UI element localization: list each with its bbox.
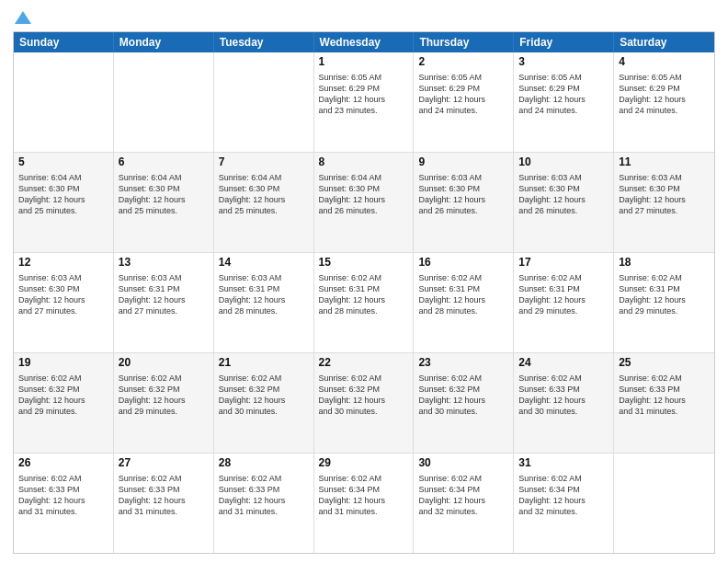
weekday-header: Friday bbox=[514, 32, 614, 52]
day-number: 16 bbox=[418, 256, 508, 270]
day-number: 24 bbox=[518, 356, 609, 371]
day-info: Sunrise: 6:02 AM Sunset: 6:33 PM Dayligh… bbox=[18, 473, 108, 518]
calendar-empty-cell bbox=[614, 454, 714, 553]
calendar-day-cell: 1Sunrise: 6:05 AM Sunset: 6:29 PM Daylig… bbox=[314, 52, 415, 152]
calendar-day-cell: 6Sunrise: 6:04 AM Sunset: 6:30 PM Daylig… bbox=[114, 153, 214, 252]
calendar-day-cell: 22Sunrise: 6:02 AM Sunset: 6:32 PM Dayli… bbox=[314, 353, 415, 453]
logo-icon bbox=[15, 11, 31, 24]
calendar-day-cell: 17Sunrise: 6:02 AM Sunset: 6:31 PM Dayli… bbox=[514, 253, 614, 352]
calendar-day-cell: 8Sunrise: 6:04 AM Sunset: 6:30 PM Daylig… bbox=[314, 153, 415, 252]
day-number: 20 bbox=[119, 356, 209, 371]
weekday-header: Saturday bbox=[614, 32, 714, 52]
day-number: 1 bbox=[319, 55, 409, 70]
day-info: Sunrise: 6:02 AM Sunset: 6:31 PM Dayligh… bbox=[418, 272, 508, 317]
calendar-day-cell: 19Sunrise: 6:02 AM Sunset: 6:32 PM Dayli… bbox=[14, 353, 114, 453]
day-number: 14 bbox=[219, 256, 309, 270]
calendar-day-cell: 3Sunrise: 6:05 AM Sunset: 6:29 PM Daylig… bbox=[514, 52, 614, 152]
day-info: Sunrise: 6:02 AM Sunset: 6:34 PM Dayligh… bbox=[518, 473, 609, 518]
calendar-day-cell: 9Sunrise: 6:03 AM Sunset: 6:30 PM Daylig… bbox=[414, 153, 514, 252]
calendar-day-cell: 20Sunrise: 6:02 AM Sunset: 6:32 PM Dayli… bbox=[114, 353, 214, 453]
weekday-header: Tuesday bbox=[214, 32, 314, 52]
calendar-day-cell: 26Sunrise: 6:02 AM Sunset: 6:33 PM Dayli… bbox=[14, 454, 114, 553]
calendar-day-cell: 24Sunrise: 6:02 AM Sunset: 6:33 PM Dayli… bbox=[514, 353, 614, 453]
calendar-day-cell: 23Sunrise: 6:02 AM Sunset: 6:32 PM Dayli… bbox=[414, 353, 514, 453]
calendar-day-cell: 14Sunrise: 6:03 AM Sunset: 6:31 PM Dayli… bbox=[214, 253, 314, 352]
day-info: Sunrise: 6:02 AM Sunset: 6:32 PM Dayligh… bbox=[119, 373, 209, 418]
calendar-day-cell: 16Sunrise: 6:02 AM Sunset: 6:31 PM Dayli… bbox=[414, 253, 514, 352]
day-info: Sunrise: 6:05 AM Sunset: 6:29 PM Dayligh… bbox=[319, 72, 409, 117]
logo bbox=[13, 9, 31, 24]
weekday-header: Wednesday bbox=[314, 32, 415, 52]
day-number: 26 bbox=[18, 456, 108, 471]
day-info: Sunrise: 6:02 AM Sunset: 6:32 PM Dayligh… bbox=[418, 373, 508, 418]
day-info: Sunrise: 6:02 AM Sunset: 6:33 PM Dayligh… bbox=[219, 473, 309, 518]
day-number: 30 bbox=[418, 456, 508, 471]
weekday-header: Thursday bbox=[414, 32, 514, 52]
day-info: Sunrise: 6:02 AM Sunset: 6:32 PM Dayligh… bbox=[319, 373, 409, 418]
day-number: 12 bbox=[18, 256, 108, 270]
calendar-day-cell: 18Sunrise: 6:02 AM Sunset: 6:31 PM Dayli… bbox=[614, 253, 714, 352]
day-number: 25 bbox=[619, 356, 710, 371]
logo-line1 bbox=[13, 9, 31, 24]
day-number: 23 bbox=[418, 356, 508, 371]
day-number: 17 bbox=[518, 256, 609, 270]
calendar-day-cell: 12Sunrise: 6:03 AM Sunset: 6:30 PM Dayli… bbox=[14, 253, 114, 352]
calendar-week-row: 26Sunrise: 6:02 AM Sunset: 6:33 PM Dayli… bbox=[14, 454, 714, 553]
day-number: 31 bbox=[518, 456, 609, 471]
day-number: 6 bbox=[119, 155, 209, 170]
day-info: Sunrise: 6:02 AM Sunset: 6:31 PM Dayligh… bbox=[518, 272, 609, 317]
calendar-day-cell: 2Sunrise: 6:05 AM Sunset: 6:29 PM Daylig… bbox=[414, 52, 514, 152]
day-info: Sunrise: 6:04 AM Sunset: 6:30 PM Dayligh… bbox=[319, 172, 409, 217]
calendar-week-row: 12Sunrise: 6:03 AM Sunset: 6:30 PM Dayli… bbox=[14, 253, 714, 353]
day-number: 11 bbox=[619, 155, 710, 170]
day-number: 7 bbox=[219, 155, 309, 170]
calendar-day-cell: 30Sunrise: 6:02 AM Sunset: 6:34 PM Dayli… bbox=[414, 454, 514, 553]
day-number: 3 bbox=[518, 55, 609, 70]
day-number: 28 bbox=[219, 456, 309, 471]
calendar-body: 1Sunrise: 6:05 AM Sunset: 6:29 PM Daylig… bbox=[14, 52, 714, 553]
day-number: 9 bbox=[418, 155, 508, 170]
day-info: Sunrise: 6:02 AM Sunset: 6:31 PM Dayligh… bbox=[619, 272, 710, 317]
day-info: Sunrise: 6:02 AM Sunset: 6:34 PM Dayligh… bbox=[418, 473, 508, 518]
calendar-header: SundayMondayTuesdayWednesdayThursdayFrid… bbox=[14, 32, 714, 52]
day-info: Sunrise: 6:03 AM Sunset: 6:30 PM Dayligh… bbox=[518, 172, 609, 217]
day-number: 5 bbox=[18, 155, 108, 170]
calendar-day-cell: 27Sunrise: 6:02 AM Sunset: 6:33 PM Dayli… bbox=[114, 454, 214, 553]
calendar-day-cell: 29Sunrise: 6:02 AM Sunset: 6:34 PM Dayli… bbox=[314, 454, 415, 553]
day-number: 19 bbox=[18, 356, 108, 371]
weekday-header: Sunday bbox=[14, 32, 114, 52]
day-info: Sunrise: 6:04 AM Sunset: 6:30 PM Dayligh… bbox=[219, 172, 309, 217]
day-number: 29 bbox=[319, 456, 409, 471]
day-info: Sunrise: 6:03 AM Sunset: 6:30 PM Dayligh… bbox=[619, 172, 710, 217]
day-info: Sunrise: 6:02 AM Sunset: 6:33 PM Dayligh… bbox=[518, 373, 609, 418]
calendar-week-row: 19Sunrise: 6:02 AM Sunset: 6:32 PM Dayli… bbox=[14, 353, 714, 454]
day-info: Sunrise: 6:03 AM Sunset: 6:31 PM Dayligh… bbox=[219, 272, 309, 317]
calendar-day-cell: 4Sunrise: 6:05 AM Sunset: 6:29 PM Daylig… bbox=[614, 52, 714, 152]
day-number: 27 bbox=[119, 456, 209, 471]
calendar-day-cell: 21Sunrise: 6:02 AM Sunset: 6:32 PM Dayli… bbox=[214, 353, 314, 453]
calendar-day-cell: 28Sunrise: 6:02 AM Sunset: 6:33 PM Dayli… bbox=[214, 454, 314, 553]
calendar-day-cell: 31Sunrise: 6:02 AM Sunset: 6:34 PM Dayli… bbox=[514, 454, 614, 553]
weekday-header: Monday bbox=[114, 32, 214, 52]
day-number: 22 bbox=[319, 356, 409, 371]
day-info: Sunrise: 6:03 AM Sunset: 6:30 PM Dayligh… bbox=[18, 272, 108, 317]
calendar: SundayMondayTuesdayWednesdayThursdayFrid… bbox=[13, 31, 715, 554]
calendar-day-cell: 7Sunrise: 6:04 AM Sunset: 6:30 PM Daylig… bbox=[214, 153, 314, 252]
day-info: Sunrise: 6:03 AM Sunset: 6:31 PM Dayligh… bbox=[119, 272, 209, 317]
calendar-day-cell: 11Sunrise: 6:03 AM Sunset: 6:30 PM Dayli… bbox=[614, 153, 714, 252]
calendar-week-row: 5Sunrise: 6:04 AM Sunset: 6:30 PM Daylig… bbox=[14, 153, 714, 253]
day-info: Sunrise: 6:02 AM Sunset: 6:32 PM Dayligh… bbox=[18, 373, 108, 418]
day-info: Sunrise: 6:02 AM Sunset: 6:31 PM Dayligh… bbox=[319, 272, 409, 317]
day-info: Sunrise: 6:02 AM Sunset: 6:33 PM Dayligh… bbox=[119, 473, 209, 518]
day-number: 15 bbox=[319, 256, 409, 270]
day-number: 8 bbox=[319, 155, 409, 170]
day-info: Sunrise: 6:04 AM Sunset: 6:30 PM Dayligh… bbox=[119, 172, 209, 217]
day-number: 2 bbox=[418, 55, 508, 70]
calendar-day-cell: 5Sunrise: 6:04 AM Sunset: 6:30 PM Daylig… bbox=[14, 153, 114, 252]
day-info: Sunrise: 6:05 AM Sunset: 6:29 PM Dayligh… bbox=[418, 72, 508, 117]
calendar-week-row: 1Sunrise: 6:05 AM Sunset: 6:29 PM Daylig… bbox=[14, 52, 714, 153]
calendar-empty-cell bbox=[14, 52, 114, 152]
day-number: 13 bbox=[119, 256, 209, 270]
day-info: Sunrise: 6:02 AM Sunset: 6:32 PM Dayligh… bbox=[219, 373, 309, 418]
day-info: Sunrise: 6:04 AM Sunset: 6:30 PM Dayligh… bbox=[18, 172, 108, 217]
